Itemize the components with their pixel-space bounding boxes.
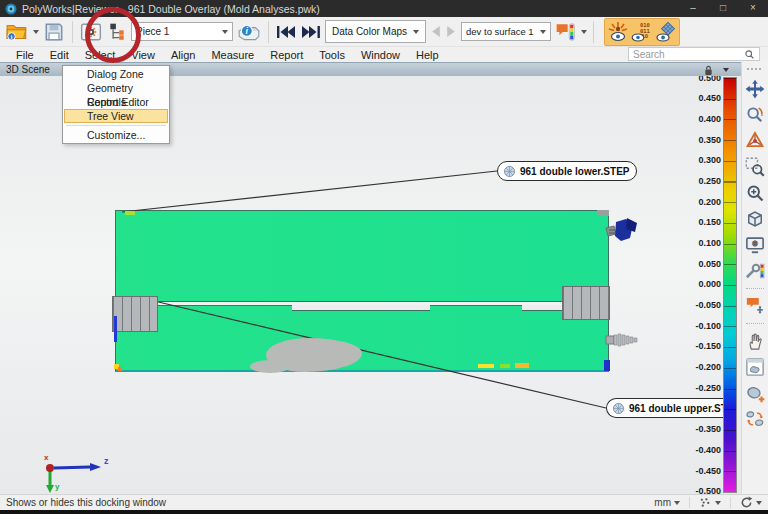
menu-items: FileEditSelectViewAlignMeasureReportTool… [0, 49, 447, 61]
object-window-icon[interactable] [745, 357, 765, 377]
search-box[interactable]: Search [628, 47, 760, 61]
show-features-button[interactable] [607, 21, 629, 43]
scale-tick-label: 0.050 [698, 260, 721, 269]
toolbar-separator [72, 21, 73, 43]
view-cube-icon[interactable] [745, 209, 765, 229]
units-combo[interactable]: mm [654, 497, 680, 508]
show-mesh-button[interactable] [655, 21, 677, 43]
menubar-item[interactable]: File [8, 49, 42, 61]
edge-detail [597, 210, 609, 216]
chevron-down-icon [756, 501, 762, 505]
close-button[interactable]: × [738, 0, 768, 17]
colormap-editor-icon[interactable] [745, 261, 765, 281]
menubar-item[interactable]: Select [77, 49, 124, 61]
window-title: PolyWorks|Reviewer - 961 Double Overlay … [22, 3, 320, 15]
minimize-button[interactable]: – [678, 0, 708, 17]
open-caret-icon[interactable] [33, 30, 39, 34]
maximize-button[interactable]: □ [708, 0, 738, 17]
scene-tab[interactable]: 3D Scene [6, 64, 50, 75]
color-map-combo[interactable]: dev to surface 1 [461, 22, 551, 41]
scale-tick-label: 0.400 [698, 115, 721, 124]
menubar-item[interactable]: View [123, 49, 163, 61]
menubar-item[interactable]: Report [262, 49, 311, 61]
menu-bar: FileEditSelectViewAlignMeasureReportTool… [0, 47, 768, 62]
nav-first-icon [276, 25, 296, 39]
colormap-annotation-button[interactable] [554, 19, 578, 45]
menubar-item[interactable]: Tools [311, 49, 353, 61]
display-options-icon[interactable] [745, 235, 765, 255]
view-menu-item[interactable]: Geometry Controls [64, 81, 168, 95]
main-toolbar: i Piece 1 i Data Color Maps dev to surfa… [0, 17, 768, 47]
rotate-3d-icon[interactable] [745, 131, 765, 151]
left-clamp-block[interactable] [112, 296, 158, 332]
open-workspace-button[interactable]: i [4, 19, 30, 45]
select-hand-icon[interactable] [745, 331, 765, 351]
axis-x-label: x [44, 454, 48, 462]
search-icon [744, 49, 755, 60]
piece-combo[interactable]: Piece 1 [131, 22, 233, 41]
menubar-item[interactable]: Measure [203, 49, 262, 61]
last-item-button[interactable] [300, 19, 322, 45]
deviation-speck [478, 364, 494, 368]
annotation-lower-part[interactable]: 961 double lower.STEP [497, 161, 637, 181]
data-color-maps-label: Data Color Maps [332, 26, 407, 37]
tree-layout-button[interactable] [106, 19, 128, 45]
view-menu-item[interactable]: Dialog Zone [64, 67, 168, 81]
right-clamp-block[interactable] [562, 286, 610, 320]
scale-tick-label: -0.100 [695, 322, 721, 331]
annotation-label: 961 double lower.STEP [520, 166, 629, 177]
scale-tick-label: 0.000 [698, 280, 721, 289]
view-toolbar [741, 62, 768, 494]
save-button[interactable] [42, 19, 66, 45]
view-menu-item[interactable]: Customize... [64, 128, 168, 142]
bottom-fitting[interactable] [604, 328, 642, 352]
status-message: Shows or hides this docking window [6, 497, 166, 508]
previous-button[interactable] [429, 19, 442, 45]
show-data-button[interactable]: 01001110 [631, 21, 653, 43]
scene-menu-caret-icon[interactable] [723, 68, 729, 72]
annotation-label: 961 double upper.ST [629, 403, 726, 414]
workspace-manager-button[interactable] [79, 19, 103, 45]
lock-icon[interactable] [704, 65, 713, 76]
menubar-item[interactable]: Align [163, 49, 203, 61]
annotation-move-icon[interactable] [745, 296, 765, 316]
pan-icon[interactable] [745, 79, 765, 99]
scale-tick-label: -0.350 [695, 425, 721, 434]
scale-tick-label: -0.400 [695, 446, 721, 455]
zoom-region-icon[interactable] [745, 157, 765, 177]
menubar-item[interactable]: Edit [42, 49, 77, 61]
info-box-icon: i [237, 22, 261, 42]
toolbar-separator [593, 21, 594, 43]
compare-objects-icon[interactable] [745, 409, 765, 429]
search-input[interactable]: Search [633, 49, 665, 60]
color-map-combo-value: dev to surface 1 [466, 26, 534, 37]
menubar-item[interactable]: Window [353, 49, 408, 61]
scale-tick-label: 0.500 [698, 76, 721, 83]
view-menu-item[interactable]: Tree View [64, 109, 168, 123]
publish-info-button[interactable]: i [236, 19, 262, 45]
scale-tick-label: -0.450 [695, 467, 721, 476]
orbit-icon[interactable] [745, 105, 765, 125]
menubar-item[interactable]: Help [408, 49, 447, 61]
view-menu-item[interactable]: Report Editor [64, 95, 168, 109]
color-scale-bar[interactable] [724, 78, 736, 492]
first-item-button[interactable] [275, 19, 297, 45]
colormap-caret-icon[interactable] [581, 30, 587, 34]
refresh-button[interactable] [740, 496, 762, 509]
piece-combo-value: Piece 1 [136, 26, 169, 37]
top-fitting[interactable] [604, 216, 644, 248]
nav-prev-icon [430, 25, 441, 38]
scale-tick-label: -0.050 [695, 301, 721, 310]
add-object-icon[interactable] [745, 383, 765, 403]
chevron-down-icon [413, 30, 419, 34]
nav-next-icon [446, 25, 457, 38]
drag-handle-icon[interactable] [745, 65, 765, 73]
status-separator [689, 497, 690, 508]
zoom-cursor-icon[interactable] [745, 183, 765, 203]
deviation-speck [125, 211, 135, 215]
data-color-maps-button[interactable]: Data Color Maps [325, 20, 426, 43]
annotation-upper-part[interactable]: 961 double upper.ST [606, 398, 726, 418]
status-separator [730, 497, 731, 508]
next-button[interactable] [445, 19, 458, 45]
digitize-points-button[interactable] [699, 497, 721, 508]
